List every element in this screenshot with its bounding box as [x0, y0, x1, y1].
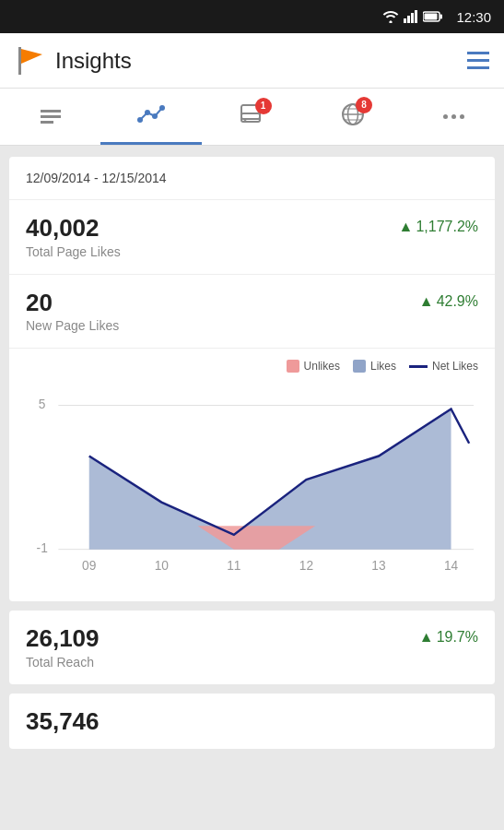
total-reach-row: 26,109 Total Reach ▲ 19.7% — [9, 611, 495, 684]
svg-line-13 — [140, 113, 147, 120]
total-page-likes-left: 40,002 Total Page Likes — [26, 215, 121, 259]
third-card: 35,746 — [9, 694, 495, 750]
new-page-likes-left: 20 New Page Likes — [26, 290, 119, 334]
total-reach-percent: 19.7% — [437, 629, 478, 646]
svg-rect-2 — [411, 13, 414, 23]
legend-net-likes: Net Likes — [409, 360, 478, 373]
tab-graph[interactable] — [100, 89, 201, 145]
messages-badge: 1 — [255, 98, 272, 114]
battery-icon — [423, 11, 443, 22]
total-page-likes-arrow: ▲ — [399, 219, 414, 235]
tab-bar: 1 8 — [0, 89, 504, 146]
likes-swatch — [353, 360, 366, 373]
svg-rect-1 — [407, 16, 410, 23]
date-range-row: 12/09/2014 - 12/15/2014 — [9, 157, 495, 200]
new-page-likes-value: 20 — [26, 290, 119, 316]
svg-rect-3 — [415, 10, 417, 23]
messages-icon: 1 — [240, 103, 264, 131]
app-bar-left: Insights — [15, 47, 132, 75]
globe-icon: 8 — [341, 102, 365, 132]
globe-badge: 8 — [356, 97, 372, 113]
flag-icon — [15, 47, 46, 75]
chart-svg: 5 -1 — [26, 382, 478, 581]
total-page-likes-percent: 1,177.2% — [416, 219, 478, 235]
third-metric-left: 35,746 — [26, 708, 100, 735]
svg-text:09: 09 — [82, 559, 96, 573]
likes-label: Likes — [370, 360, 396, 373]
total-reach-left: 26,109 Total Reach — [26, 625, 100, 670]
tab-messages[interactable]: 1 — [202, 89, 302, 145]
graph-icon — [136, 103, 166, 131]
legend-unlikes: Unlikes — [287, 360, 340, 373]
total-page-likes-label: Total Page Likes — [26, 244, 121, 259]
net-likes-line-swatch — [409, 365, 428, 368]
svg-rect-7 — [18, 47, 21, 75]
status-icons — [382, 10, 443, 23]
svg-marker-8 — [21, 49, 42, 64]
svg-text:5: 5 — [39, 398, 46, 412]
date-range-text: 12/09/2014 - 12/15/2014 — [26, 171, 167, 185]
signal-icon — [404, 10, 418, 23]
third-metric-value: 35,746 — [26, 708, 100, 735]
wifi-icon — [382, 10, 399, 23]
new-page-likes-percent: 42.9% — [437, 293, 478, 310]
chart-legend: Unlikes Likes Net Likes — [26, 360, 478, 373]
svg-text:-1: -1 — [37, 541, 48, 555]
app-title: Insights — [55, 48, 132, 74]
more-icon — [443, 114, 464, 119]
svg-text:10: 10 — [155, 559, 170, 573]
svg-line-15 — [155, 108, 162, 116]
svg-text:13: 13 — [371, 559, 386, 573]
reach-card: 26,109 Total Reach ▲ 19.7% — [9, 611, 495, 684]
tab-globe[interactable]: 8 — [302, 89, 403, 145]
tab-more[interactable] — [404, 89, 504, 145]
status-bar: 12:30 — [0, 0, 504, 33]
total-page-likes-value: 40,002 — [26, 215, 121, 242]
total-page-likes-row: 40,002 Total Page Likes ▲ 1,177.2% — [9, 200, 495, 275]
main-content: 12/09/2014 - 12/15/2014 40,002 Total Pag… — [0, 146, 504, 830]
tab-posts[interactable] — [0, 89, 100, 145]
svg-text:14: 14 — [444, 559, 459, 573]
new-page-likes-change: ▲ 42.9% — [419, 290, 478, 310]
chart-section: Unlikes Likes Net Likes 5 -1 — [9, 349, 495, 601]
svg-rect-0 — [404, 18, 406, 23]
status-time: 12:30 — [456, 9, 491, 25]
net-likes-label: Net Likes — [432, 360, 478, 373]
post-icon — [41, 110, 61, 124]
app-bar: Insights — [0, 33, 504, 89]
new-page-likes-label: New Page Likes — [26, 318, 119, 333]
svg-text:12: 12 — [299, 559, 313, 573]
legend-likes: Likes — [353, 360, 396, 373]
svg-text:11: 11 — [227, 559, 240, 573]
chart-container: 5 -1 — [26, 382, 478, 585]
total-reach-arrow: ▲ — [419, 629, 434, 646]
unlikes-swatch — [287, 360, 299, 373]
total-reach-value: 26,109 — [26, 625, 100, 652]
new-page-likes-arrow: ▲ — [419, 293, 434, 310]
hamburger-menu-button[interactable] — [467, 52, 489, 69]
total-reach-change: ▲ 19.7% — [419, 625, 478, 646]
total-page-likes-change: ▲ 1,177.2% — [399, 215, 478, 235]
svg-rect-5 — [440, 15, 443, 19]
unlikes-label: Unlikes — [304, 360, 340, 373]
new-page-likes-row: 20 New Page Likes ▲ 42.9% — [9, 275, 495, 350]
total-reach-label: Total Reach — [26, 655, 100, 670]
third-metric-row: 35,746 — [9, 694, 495, 750]
insights-card: 12/09/2014 - 12/15/2014 40,002 Total Pag… — [9, 157, 495, 601]
svg-rect-6 — [425, 14, 438, 20]
